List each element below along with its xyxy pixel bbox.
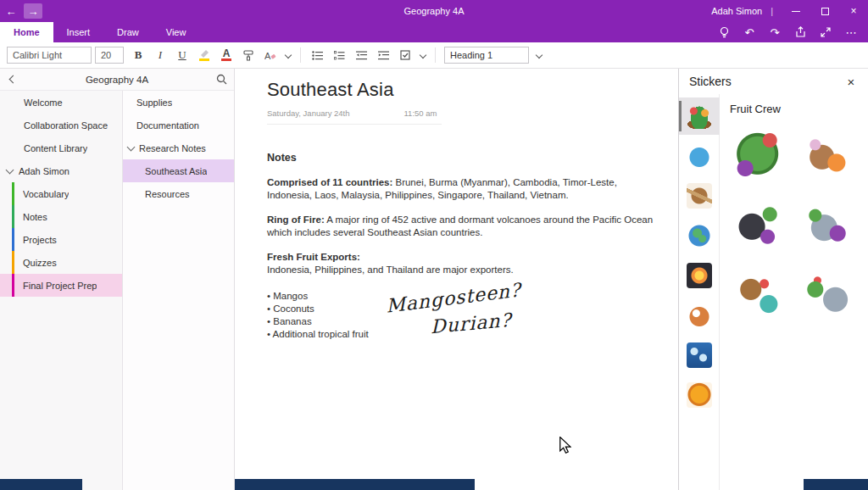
font-name-combobox[interactable]: Calibri Light <box>7 47 92 64</box>
font-color-button[interactable]: A <box>215 45 237 65</box>
sticker-category-label: Fruit Crew <box>730 103 861 115</box>
page-date: Saturday, January 24th <box>267 109 350 118</box>
back-button[interactable]: ← <box>0 2 22 20</box>
page-title[interactable]: Southeast Asia <box>267 79 678 101</box>
section-collaboration-space[interactable]: Collaboration Space <box>0 114 122 136</box>
sticker-elephant-watering-tree[interactable] <box>796 264 857 326</box>
sticker-grid <box>728 125 861 326</box>
category-explosion[interactable] <box>679 257 720 294</box>
category-fruit-crew[interactable] <box>679 97 720 135</box>
numbered-list-icon <box>334 51 345 60</box>
category-saturn[interactable] <box>679 177 720 214</box>
tab-insert[interactable]: Insert <box>53 22 104 42</box>
section-final-project-prep[interactable]: Final Project Prep <box>0 274 122 297</box>
spiky-fruit-icon <box>687 382 712 408</box>
highlighter-button[interactable] <box>193 45 215 65</box>
more-options-button[interactable]: ⋯ <box>841 24 861 41</box>
category-ocean-fish[interactable] <box>679 337 720 374</box>
sticker-snake-with-fruit[interactable] <box>728 125 789 187</box>
page-documentation[interactable]: Documentation <box>123 114 234 136</box>
section-group-adah-simon[interactable]: Adah Simon <box>0 159 122 182</box>
section-label: Notes <box>23 212 47 222</box>
font-options-dropdown[interactable] <box>281 45 295 65</box>
increase-indent-icon <box>378 51 389 60</box>
font-name-value: Calibri Light <box>13 50 62 60</box>
tags-dropdown[interactable] <box>416 45 430 65</box>
undo-button[interactable]: ↶ <box>739 24 760 41</box>
search-button[interactable] <box>209 74 234 85</box>
sticker-beaver-on-scooter[interactable] <box>728 264 789 326</box>
forward-icon: → <box>28 5 39 18</box>
stickers-panel-title: Stickers <box>689 75 732 88</box>
category-spiky-fruit[interactable] <box>679 376 720 414</box>
styles-dropdown[interactable] <box>532 45 546 65</box>
notebook-title[interactable]: Geography 4A <box>25 75 209 85</box>
section-welcome[interactable]: Welcome <box>0 91 122 114</box>
section-label: Final Project Prep <box>23 281 97 291</box>
paragraph-lead: Comprised of 11 countries: <box>267 177 392 187</box>
section-notes[interactable]: Notes <box>0 205 122 228</box>
category-blue-bird[interactable] <box>679 137 720 175</box>
clear-formatting-button[interactable]: A <box>259 45 281 65</box>
share-button[interactable] <box>790 24 810 41</box>
fruit-crew-cactus-icon <box>687 103 712 129</box>
format-painter-button[interactable] <box>237 45 259 65</box>
stickers-close-button[interactable]: × <box>843 73 860 90</box>
todo-tag-button[interactable] <box>394 45 416 65</box>
sticker-crow-with-grapes[interactable] <box>728 195 789 256</box>
page-southeast-asia[interactable]: Southeast Asia <box>123 159 234 182</box>
crow-with-grapes-image <box>731 198 787 253</box>
section-quizzes[interactable]: Quizzes <box>0 251 122 274</box>
close-icon: × <box>850 5 856 17</box>
ellipsis-icon: ⋯ <box>846 26 857 39</box>
section-label: Adah Simon <box>19 166 70 176</box>
italic-button[interactable]: I <box>149 45 171 65</box>
titlebar: ← → Geography 4A Adah Simon | × <box>0 0 868 22</box>
account-name[interactable]: Adah Simon <box>711 6 762 16</box>
bold-button[interactable]: B <box>127 45 149 65</box>
forward-button[interactable]: → <box>24 3 42 19</box>
tell-me-lightbulb-icon[interactable] <box>714 24 734 41</box>
underline-button[interactable]: U <box>171 45 193 65</box>
tab-view[interactable]: View <box>153 22 200 42</box>
tab-draw[interactable]: Draw <box>103 22 153 42</box>
section-label: Vocabulary <box>23 189 69 199</box>
page-canvas[interactable]: Southeast Asia Saturday, January 24th 11… <box>235 69 678 490</box>
back-icon: ← <box>6 5 17 18</box>
paragraph-lead: Fresh Fruit Exports: <box>267 252 360 262</box>
decrease-indent-button[interactable] <box>350 45 372 65</box>
minimize-button[interactable] <box>782 0 810 22</box>
redo-icon: ↷ <box>771 26 780 39</box>
close-button[interactable]: × <box>839 0 868 22</box>
sticker-mouse-with-juice-box[interactable] <box>796 125 857 187</box>
svg-text:A: A <box>264 51 271 61</box>
section-projects[interactable]: Projects <box>0 228 122 251</box>
bulleted-list-button[interactable] <box>306 45 328 65</box>
chevron-left-icon <box>8 75 17 84</box>
styles-combobox[interactable]: Heading 1 <box>444 47 529 64</box>
numbered-list-button[interactable] <box>328 45 350 65</box>
fullscreen-button[interactable] <box>815 24 836 41</box>
category-fox[interactable] <box>679 297 720 334</box>
stickers-panel: Stickers × Fruit Crew <box>678 69 868 490</box>
section-color-tab <box>12 274 14 297</box>
category-globe[interactable] <box>679 217 720 254</box>
font-color-icon: A <box>221 49 231 61</box>
page-label: Southeast Asia <box>145 166 207 176</box>
font-size-combobox[interactable]: 20 <box>95 47 124 64</box>
page-research-notes[interactable]: Research Notes <box>123 136 234 159</box>
section-vocabulary[interactable]: Vocabulary <box>0 182 122 205</box>
explosion-icon <box>687 263 712 288</box>
sticker-elephant-with-grapes[interactable] <box>796 195 857 256</box>
mouse-cursor <box>559 437 571 454</box>
notebooks-back-button[interactable] <box>0 76 25 82</box>
section-color-tab <box>12 251 14 274</box>
snake-with-fruit-image <box>731 128 787 184</box>
page-resources[interactable]: Resources <box>123 182 234 205</box>
maximize-button[interactable] <box>810 0 839 22</box>
redo-button[interactable]: ↷ <box>765 24 785 41</box>
tab-home[interactable]: Home <box>0 22 53 42</box>
section-content-library[interactable]: Content Library <box>0 136 122 159</box>
page-supplies[interactable]: Supplies <box>123 91 234 114</box>
increase-indent-button[interactable] <box>372 45 394 65</box>
